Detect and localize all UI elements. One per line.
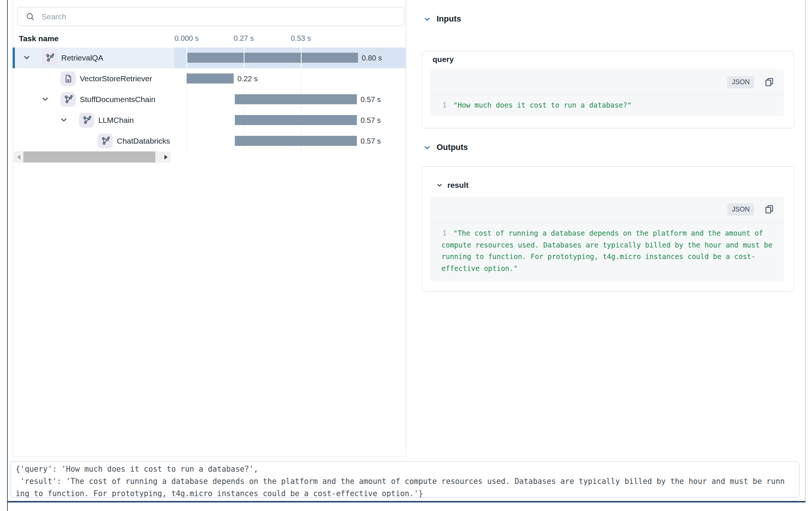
query-code-block: JSON 1"How much does it cost to run a da… [430,69,784,116]
selected-row-gridline [244,48,244,68]
outputs-card: result JSON 1"The cost of running a data… [422,166,794,292]
outputs-section-title: Outputs [437,143,468,152]
task-type-icon-chip [42,50,57,65]
chevron-down-icon[interactable] [23,54,30,61]
inputs-section-title: Inputs [437,14,461,24]
duration-label: 0.57 s [361,131,381,151]
scroll-right-arrow-icon[interactable] [161,151,171,163]
search-input[interactable] [41,12,391,22]
task-name-label: StuffDocumentsChain [80,89,155,110]
duration-label: 0.22 s [237,68,257,89]
duration-bar[interactable] [235,94,357,104]
line-number: 1 [441,227,447,239]
selected-row-gridline [301,48,302,68]
selected-row-accent-edge [13,48,15,68]
cell-bottom-border [7,501,806,502]
code-line: running to function. For prototyping, t4… [441,251,774,263]
line-number: 1 [441,99,447,111]
search-box[interactable] [17,7,404,26]
timeline-tick-label: 0.27 s [234,34,254,43]
chevron-down-icon[interactable] [60,116,68,124]
result-code-block: JSON 1"The cost of running a database de… [430,197,784,282]
gantt-rows: 0.80 sRetrievalQA0.22 sVectorStoreRetrie… [13,48,406,151]
task-name-cell[interactable]: StuffDocumentsChain [13,89,174,110]
result-field-toggle[interactable]: result [437,181,469,190]
chain-icon [101,136,110,146]
task-type-icon-chip [98,134,113,148]
code-text: running to function. For prototyping, t4… [441,252,755,261]
task-name-cell[interactable]: RetrievalQA [13,48,174,68]
code-text: effective option." [441,264,518,272]
json-format-badge[interactable]: JSON [727,203,754,216]
cell-right-border [805,0,806,501]
chevron-down-icon[interactable] [42,95,49,103]
scroll-left-arrow-icon[interactable] [14,151,23,163]
task-name-cell[interactable]: VectorStoreRetriever [13,68,174,89]
task-name-cell[interactable]: ChatDatabricks [13,131,174,151]
task-type-icon-chip [79,113,94,128]
task-name-label: RetrievalQA [61,48,103,68]
search-icon [26,12,35,22]
code-block-toolbar: JSON [430,69,784,95]
cell-output-line: ing to function. For prototyping, t4g.mi… [16,488,794,498]
json-format-badge[interactable]: JSON [727,76,754,88]
task-name-label: VectorStoreRetriever [80,68,152,89]
duration-bar[interactable] [235,115,357,125]
timeline-scale: 0.000 s0.27 s0.53 s [0,34,406,45]
task-name-label: ChatDatabricks [117,131,170,151]
timeline-tick-label: 0.53 s [291,34,311,43]
code-block-toolbar: JSON [430,197,784,222]
task-type-icon-chip [60,71,76,86]
code-text: compute resources used. Databases are ty… [441,241,772,249]
chain-icon [63,95,73,104]
selected-row-gridline [187,48,187,68]
chevron-down-icon [424,16,431,23]
duration-label: 0.57 s [361,110,381,131]
code-line: 1"How much does it cost to run a databas… [441,99,774,111]
outputs-section-toggle[interactable]: Outputs [424,143,468,152]
horizontal-scrollbar[interactable] [14,151,171,163]
gantt-row[interactable]: 0.80 sRetrievalQA [13,48,406,68]
gantt-row[interactable]: 0.57 sLLMChain [13,110,406,131]
code-line: compute resources used. Databases are ty… [441,239,774,251]
task-type-icon-chip [60,92,76,107]
task-name-cell[interactable]: LLMChain [13,110,174,131]
duration-label: 0.57 s [361,89,381,110]
code-line: 1"The cost of running a database depends… [441,227,774,239]
copy-icon[interactable] [764,76,775,88]
task-name-label: LLMChain [98,110,134,131]
chain-icon [45,53,55,63]
document-icon [63,74,73,83]
cell-output-box: {'query': 'How much does it cost to run … [10,461,799,498]
inputs-card: query JSON 1"How much does it cost to ru… [422,51,794,128]
query-field-label: query [433,55,454,64]
result-code-area: 1"The cost of running a database depends… [430,222,784,279]
scrollbar-thumb[interactable] [23,151,155,163]
copy-icon[interactable] [764,204,775,215]
duration-bar[interactable] [187,53,358,63]
trace-panel-bottom-border [13,456,406,456]
duration-bar[interactable] [187,73,234,83]
timeline-tick-label: 0.000 s [174,34,199,43]
cell-gutter-line [7,0,8,511]
trace-viewer-page: Task name 0.000 s0.27 s0.53 s 0.80 sRetr… [0,0,812,511]
gantt-row[interactable]: 0.57 sChatDatabricks [13,131,406,151]
inputs-section-toggle[interactable]: Inputs [424,14,461,24]
duration-label: 0.80 s [362,48,382,68]
code-line: effective option." [441,263,774,275]
cell-output-line: {'query': 'How much does it cost to run … [16,463,794,475]
code-text: "How much does it cost to run a database… [453,101,631,109]
gantt-row[interactable]: 0.57 sStuffDocumentsChain [13,89,406,110]
chain-icon [82,115,92,125]
result-field-label: result [447,181,469,190]
duration-bar[interactable] [235,136,357,146]
chevron-down-icon [437,182,443,188]
gantt-row[interactable]: 0.22 sVectorStoreRetriever [13,68,406,89]
code-text: "The cost of running a database depends … [453,229,763,237]
query-code-area: 1"How much does it cost to run a databas… [430,95,784,115]
cell-output-line: 'result': 'The cost of running a databas… [16,475,794,488]
chevron-down-icon [424,144,431,151]
